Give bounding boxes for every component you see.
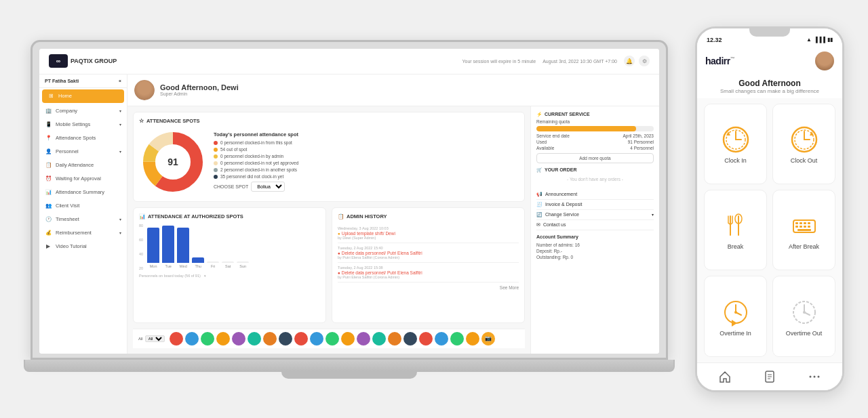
overtime-out-icon [789, 297, 819, 327]
current-service-section: ⚡ CURRENT SERVICE Remaining quota Servic… [536, 112, 654, 163]
laptop-device: ∞ PAQTIX GROUP Your session will expire … [24, 40, 675, 379]
menu-link-announcement[interactable]: 📢 Announcement [536, 190, 654, 200]
sidebar: PT Fatiha Sakti « ⊞ Home 🏢 Company ▾ [39, 75, 127, 354]
collapse-icon[interactable]: « [119, 79, 121, 83]
bar-sun: Sun [237, 262, 249, 268]
chevron-icon: ▾ [119, 149, 121, 154]
sidebar-item-mobile[interactable]: 📱 Mobile Settings ▾ [39, 118, 127, 131]
avatar-small [232, 332, 245, 346]
break-card[interactable]: Break [704, 190, 767, 270]
avail-info: Available 4 Personnel [536, 146, 654, 150]
sidebar-item-home[interactable]: ⊞ Home [42, 89, 124, 103]
history-item-0: Wednesday, 3 Aug 2022 10:03 ● Upload tem… [338, 224, 519, 243]
svg-point-43 [814, 375, 816, 377]
sidebar-item-personnel[interactable]: 👤 Personnel ▾ [39, 145, 127, 159]
app-logo: ∞ PAQTIX GROUP [49, 54, 117, 68]
y-label-40: 40 [139, 252, 143, 256]
sidebar-org: PT Fatiha Sakti « [39, 75, 127, 88]
clock-out-label: Clock Out [791, 157, 818, 164]
nav-home-icon[interactable] [717, 369, 733, 385]
bar-sat: Sat [222, 262, 234, 268]
quota-fill [536, 126, 636, 131]
bar-sun-label: Sun [239, 264, 246, 268]
nav-doc-icon[interactable] [762, 369, 778, 385]
hadirr-name: hadirr™ [705, 56, 734, 66]
sidebar-label-daily: Daily Attendance [56, 162, 94, 168]
dot-beige [214, 161, 218, 165]
bar-tue: Tue [162, 226, 174, 268]
dashboard: ☆ ATTENDANCE SPOTS [127, 106, 659, 354]
after-break-card[interactable]: After Break [772, 190, 835, 270]
phone-greeting-text: Good Afternoon [705, 79, 834, 88]
add-quota-button[interactable]: Add more quota [536, 153, 654, 163]
phone-greeting: Good Afternoon Small changes can make a … [697, 75, 842, 98]
wifi-icon: ▲ [806, 37, 812, 43]
menu-link-service[interactable]: 🔄 Change Service ▾ [536, 210, 654, 220]
sidebar-item-company[interactable]: 🏢 Company ▾ [39, 104, 127, 118]
legend-text-4: 2 personnel clocked-in in another spots [220, 167, 297, 172]
service-date-label: Service end date [536, 133, 570, 138]
cart-icon: 🛒 [536, 167, 542, 173]
overtime-in-card[interactable]: Overtime In [704, 276, 767, 356]
hist-action-text-2: Delete data personnel/ Putri Elena Salfi… [342, 270, 422, 275]
hist-by-0: by Dewi (Super Admin) [338, 236, 519, 240]
sidebar-item-client[interactable]: 👥 Client Visit [39, 199, 127, 213]
sidebar-item-timesheet[interactable]: 🕐 Timesheet ▾ [39, 213, 127, 226]
chevron-right-icon: ▾ [652, 212, 654, 217]
calendar-icon: 📋 [45, 162, 52, 169]
svg-rect-23 [808, 222, 810, 224]
clock-out-card[interactable]: Clock Out [772, 104, 835, 184]
sidebar-label-client: Client Visit [56, 203, 79, 209]
menu-link-contact[interactable]: ✉ Contact us [536, 220, 654, 230]
main-content: Good Afternoon, Dewi Super Admin ☆ [127, 75, 659, 354]
bell-icon[interactable]: 🔔 [624, 56, 635, 66]
sidebar-item-reimburse[interactable]: 💰 Reimbursement ▾ [39, 226, 127, 240]
announce-label: Announcement [545, 192, 577, 196]
account-summary-section: Account Summary Number of admins: 16 Dep… [536, 234, 654, 260]
overtime-in-svg [721, 297, 751, 327]
bar-personnel-label: Personnels on board today (56 of 91) [139, 274, 201, 278]
avatar-small [170, 332, 183, 346]
star-icon: ☆ [139, 118, 144, 124]
gear-icon[interactable]: ⚙ [639, 56, 650, 66]
sidebar-item-daily[interactable]: 📋 Daily Attendance [39, 159, 127, 172]
personnel-strip-label: Personnels on board today (56 of 91) ▾ [139, 274, 320, 278]
bar-wed-rect [177, 228, 189, 263]
overtime-out-card[interactable]: Overtime Out [772, 276, 835, 356]
org-name: PT Fatiha Sakti [45, 79, 79, 83]
sidebar-item-waiting[interactable]: ⏰ Waiting for Approval [39, 172, 127, 186]
svg-point-42 [810, 375, 812, 377]
phone-status-icons: ▲ ▐▐▐ ▮▮ [806, 37, 833, 43]
hist-date-1: Tuesday, 2 Aug 2022 15:40 [338, 246, 519, 250]
nav-more-icon[interactable] [806, 369, 823, 385]
spot-select[interactable]: Boliua [251, 182, 285, 192]
clock-in-card[interactable]: Clock In [704, 104, 767, 184]
personnel-filter-select[interactable]: All [145, 335, 165, 342]
phone-outer: 12.32 ▲ ▐▐▐ ▮▮ hadirr™ Good Afternoo [695, 26, 844, 392]
header-icons: 🔔 ⚙ [624, 56, 650, 66]
phone-user-avatar[interactable] [815, 51, 834, 70]
remaining-label: Remaining quota [536, 119, 654, 124]
clock-in-icon [721, 125, 751, 154]
hadirr-logo: hadirr™ [705, 55, 734, 67]
sidebar-label-spots: Attendance Spots [56, 135, 96, 141]
invoice-label: Invoice & Deposit [545, 202, 582, 207]
menu-link-invoice[interactable]: 🧾 Invoice & Deposit [536, 200, 654, 210]
bar-sat-label: Sat [225, 264, 231, 268]
change-icon: 🔄 [536, 212, 542, 217]
avatar-small [326, 332, 339, 346]
sidebar-item-tutorial[interactable]: ▶ Video Tutorial [39, 240, 127, 253]
hist-action-0: ● Upload template shift/ Dewi [338, 231, 519, 236]
date-text: August 3rd, 2022 10:30 GMT +7:00 [542, 59, 617, 64]
clock-out-svg [789, 125, 819, 154]
sidebar-item-summary[interactable]: 📊 Attendance Summary [39, 186, 127, 199]
hist-action-1: ● Delete data personnel/ Putri Elena Sal… [338, 251, 519, 255]
sidebar-item-spots[interactable]: 📍 Attendance Spots [39, 131, 127, 145]
menu-links-section: 📢 Announcement 🧾 Invoice & Deposit 🔄 [536, 190, 654, 230]
see-more-link[interactable]: See More [338, 285, 519, 290]
account-outstanding: Outstanding: Rp. 0 [536, 255, 573, 259]
svg-rect-28 [797, 229, 811, 231]
history-item-2: Tuesday, 2 Aug 2022 15:38 ● Delete data … [338, 263, 519, 283]
spot-filter-label: CHOOSE SPOT [214, 184, 248, 189]
add-quota-label: Add more quota [579, 156, 610, 161]
